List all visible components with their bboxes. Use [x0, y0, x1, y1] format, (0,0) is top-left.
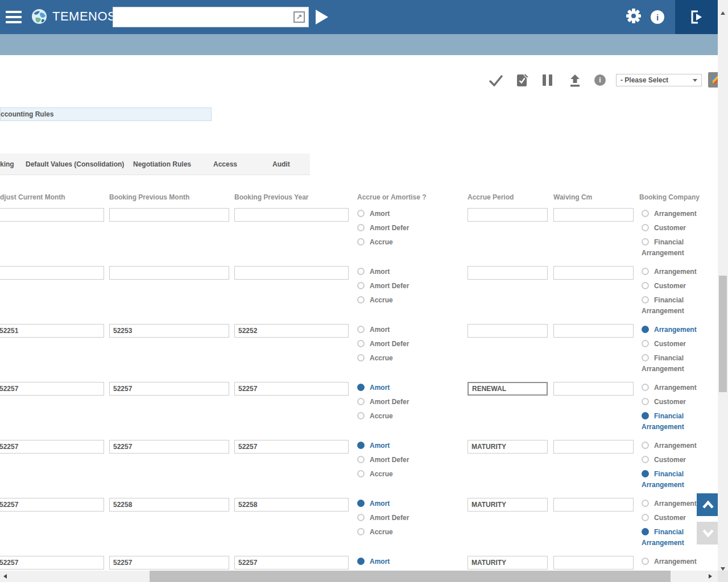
radio-financial-arrangement-icon[interactable]	[642, 470, 649, 477]
hold-pause-icon[interactable]	[543, 74, 552, 86]
adjust-current-month-input[interactable]	[0, 556, 104, 569]
validate-document-icon[interactable]	[515, 73, 530, 88]
radio-option-amort[interactable]: Amort	[357, 383, 427, 393]
radio-amort-icon[interactable]	[357, 326, 365, 333]
radio-option-accrue[interactable]: Accrue	[357, 295, 427, 306]
booking-previous-year-input[interactable]	[234, 324, 349, 338]
radio-option-arrangement[interactable]: Arrangement	[642, 383, 701, 393]
radio-customer-icon[interactable]	[642, 224, 649, 231]
accrue-period-input[interactable]	[468, 382, 548, 396]
radio-option-amort-defer[interactable]: Amort Defer	[357, 339, 427, 350]
tab-default-values[interactable]: Default Values (Consolidation)	[26, 153, 124, 174]
radio-accrue-icon[interactable]	[357, 354, 365, 361]
upload-icon[interactable]	[568, 73, 582, 88]
radio-amort-icon[interactable]	[357, 500, 365, 507]
hamburger-menu-icon[interactable]	[6, 11, 22, 23]
launch-icon[interactable]: ↗	[293, 11, 305, 23]
radio-arrangement-icon[interactable]	[642, 442, 649, 449]
radio-option-amort-defer[interactable]: Amort Defer	[357, 281, 427, 292]
tab-booking[interactable]: king	[0, 153, 14, 174]
radio-amort-defer-icon[interactable]	[357, 224, 365, 231]
booking-previous-year-input[interactable]	[234, 208, 349, 222]
radio-financial-arrangement-icon[interactable]	[642, 354, 649, 361]
radio-option-amort[interactable]: Amort	[357, 440, 427, 451]
radio-option-amort[interactable]: Amort	[357, 325, 427, 335]
tab-audit[interactable]: Audit	[272, 153, 290, 174]
radio-financial-arrangement-icon[interactable]	[642, 528, 649, 535]
scroll-to-bottom-button[interactable]	[697, 522, 719, 544]
radio-customer-icon[interactable]	[642, 456, 649, 463]
radio-arrangement-icon[interactable]	[642, 500, 649, 507]
radio-arrangement-icon[interactable]	[642, 326, 649, 333]
waiving-cm-input[interactable]	[553, 382, 634, 396]
toolbar-info-icon[interactable]: i	[594, 74, 606, 86]
radio-option-amort[interactable]: Amort	[357, 209, 427, 219]
horizontal-scrollbar[interactable]	[0, 571, 718, 582]
search-input[interactable]	[113, 7, 299, 26]
vertical-scrollbar[interactable]	[718, 0, 728, 582]
radio-option-customer[interactable]: Customer	[642, 513, 701, 523]
booking-previous-year-input[interactable]	[234, 382, 349, 396]
radio-option-accrue[interactable]: Accrue	[357, 353, 427, 364]
radio-option-customer[interactable]: Customer	[642, 281, 701, 292]
scroll-right-arrow-icon[interactable]	[709, 574, 712, 579]
radio-option-financial-arrangement[interactable]: Financial Arrangement	[642, 411, 701, 433]
accrue-period-input[interactable]	[468, 324, 548, 338]
radio-amort-defer-icon[interactable]	[357, 340, 365, 347]
radio-amort-icon[interactable]	[357, 442, 365, 449]
radio-option-customer[interactable]: Customer	[642, 455, 701, 465]
radio-option-amort[interactable]: Amort	[357, 267, 427, 277]
adjust-current-month-input[interactable]	[0, 208, 104, 222]
radio-option-accrue[interactable]: Accrue	[357, 527, 427, 538]
booking-previous-month-input[interactable]	[109, 556, 229, 569]
radio-option-financial-arrangement[interactable]: Financial Arrangement	[642, 353, 701, 375]
horizontal-scrollbar-thumb[interactable]	[150, 571, 671, 582]
radio-customer-icon[interactable]	[642, 340, 649, 347]
adjust-current-month-input[interactable]	[0, 498, 104, 512]
action-select-dropdown[interactable]: - Please Select	[616, 74, 702, 86]
radio-amort-defer-icon[interactable]	[357, 514, 365, 521]
radio-amort-icon[interactable]	[357, 384, 365, 391]
radio-option-arrangement[interactable]: Arrangement	[642, 556, 701, 567]
tab-access[interactable]: Access	[213, 153, 237, 174]
radio-accrue-icon[interactable]	[357, 528, 365, 535]
booking-previous-month-input[interactable]	[109, 208, 229, 222]
waiving-cm-input[interactable]	[553, 324, 634, 338]
booking-previous-month-input[interactable]	[109, 498, 229, 512]
tab-negotiation-rules[interactable]: Negotiation Rules	[133, 153, 191, 174]
accrue-period-input[interactable]	[468, 208, 548, 222]
booking-previous-month-input[interactable]	[109, 324, 229, 338]
radio-amort-icon[interactable]	[357, 268, 365, 275]
radio-amort-icon[interactable]	[357, 558, 365, 565]
adjust-current-month-input[interactable]	[0, 324, 104, 338]
gear-icon[interactable]	[624, 7, 643, 25]
radio-arrangement-icon[interactable]	[642, 210, 649, 217]
radio-arrangement-icon[interactable]	[642, 268, 649, 275]
radio-option-arrangement[interactable]: Arrangement	[642, 440, 701, 451]
waiving-cm-input[interactable]	[553, 266, 634, 280]
scroll-up-arrow-icon[interactable]	[721, 11, 725, 15]
radio-customer-icon[interactable]	[642, 398, 649, 405]
radio-option-amort-defer[interactable]: Amort Defer	[357, 397, 427, 408]
radio-option-financial-arrangement[interactable]: Financial Arrangement	[642, 237, 701, 259]
radio-option-amort[interactable]: Amort	[357, 556, 427, 567]
waiving-cm-input[interactable]	[553, 208, 634, 222]
booking-previous-year-input[interactable]	[234, 498, 349, 512]
sign-out-button[interactable]	[675, 0, 718, 34]
radio-amort-icon[interactable]	[357, 210, 365, 217]
accrue-period-input[interactable]	[468, 498, 548, 512]
waiving-cm-input[interactable]	[553, 440, 634, 454]
run-button[interactable]	[316, 10, 328, 24]
radio-accrue-icon[interactable]	[357, 470, 365, 477]
radio-customer-icon[interactable]	[642, 282, 649, 289]
radio-option-accrue[interactable]: Accrue	[357, 237, 427, 248]
booking-previous-month-input[interactable]	[109, 266, 229, 280]
radio-option-arrangement[interactable]: Arrangement	[642, 498, 701, 509]
waiving-cm-input[interactable]	[553, 556, 634, 569]
accrue-period-input[interactable]	[468, 266, 548, 280]
adjust-current-month-input[interactable]	[0, 382, 104, 396]
accrue-period-input[interactable]	[468, 556, 548, 569]
vertical-scrollbar-thumb[interactable]	[719, 276, 727, 392]
radio-accrue-icon[interactable]	[357, 238, 365, 246]
radio-amort-defer-icon[interactable]	[357, 398, 365, 405]
